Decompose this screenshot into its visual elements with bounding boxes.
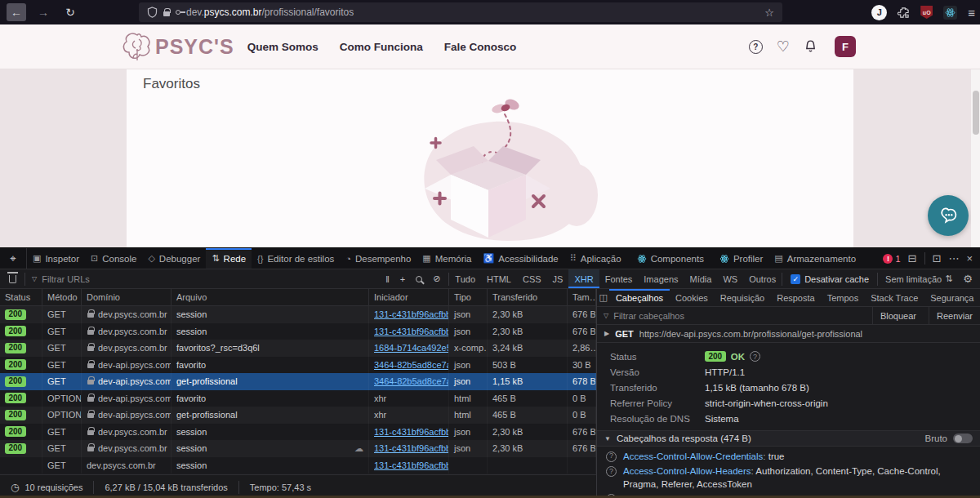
page-scrollbar[interactable]: [971, 69, 980, 247]
request-url-line[interactable]: ▶ GET https://dev-api.psycs.com.br/profi…: [597, 325, 980, 343]
error-count-badge[interactable]: !1: [883, 254, 900, 264]
site-nav-item[interactable]: Fale Conosco: [444, 41, 517, 53]
initiator-link[interactable]: 131-c431bf96acfbb…: [374, 443, 449, 453]
scrollbar-thumb[interactable]: [973, 91, 979, 135]
initiator-link[interactable]: 3464-82b5ad8ce7a…: [374, 360, 449, 370]
filter-urls-input[interactable]: ▽ Filtrar URLs: [25, 274, 377, 284]
type-filter-button[interactable]: JS: [547, 269, 569, 288]
notifications-bell-icon[interactable]: [804, 39, 817, 54]
site-nav-item[interactable]: Quem Somos: [247, 41, 318, 53]
ublock-extension-icon[interactable]: uO: [920, 6, 933, 19]
detail-tab[interactable]: Cookies: [670, 289, 715, 306]
pause-icon[interactable]: ‖: [385, 274, 390, 284]
react-devtools-extension-icon[interactable]: [943, 6, 957, 20]
disable-cache-checkbox[interactable]: ✓ Desativar cache: [782, 274, 877, 284]
raw-toggle-switch[interactable]: [953, 434, 973, 443]
detail-tab[interactable]: Resposta: [771, 289, 821, 306]
network-request-row[interactable]: 200 GET dev.psycs.com.br favoritos?_rsc=…: [0, 340, 596, 357]
initiator-link[interactable]: 131-c431bf96acfbb…: [374, 327, 449, 336]
network-request-row[interactable]: 200 GET dev-api.psycs.com.br get-profiss…: [0, 373, 596, 390]
type-filter-button[interactable]: Fontes: [599, 269, 639, 288]
type-filter-button[interactable]: Mídia: [684, 269, 718, 288]
type-filter-button[interactable]: Tudo: [449, 269, 481, 288]
header-help-icon[interactable]: [606, 451, 617, 462]
devtools-tab[interactable]: ▤ Armazenamento: [768, 248, 862, 269]
throttling-select[interactable]: Sem limitação ⇅: [878, 273, 960, 284]
devtools-tab[interactable]: ◔ Desempenho: [340, 248, 416, 269]
reload-button[interactable]: ↻: [60, 3, 80, 21]
network-request-row[interactable]: 200 OPTIONS dev-api.psycs.com.br favorit…: [0, 390, 596, 407]
split-console-icon[interactable]: ⊟: [908, 252, 917, 265]
header-name[interactable]: Access-Control-Allow-Credentials: [623, 451, 765, 461]
url-bar[interactable]: dev.psycs.com.br/profissional/favoritos …: [139, 2, 782, 22]
type-filter-button[interactable]: WS: [717, 269, 743, 288]
header-name[interactable]: Access-Control-Allow-Headers: [623, 466, 754, 476]
network-request-row[interactable]: 200 GET dev.psycs.com.br session 131-c43…: [0, 323, 596, 340]
devtools-tab[interactable]: Profiler: [710, 248, 768, 269]
initiator-link[interactable]: 1684-b714ca492e5…: [374, 343, 449, 353]
help-icon[interactable]: ?: [749, 40, 763, 54]
type-filter-button[interactable]: CSS: [517, 269, 547, 288]
block-request-button[interactable]: Bloquear: [872, 307, 924, 324]
detail-tab[interactable]: Segurança: [924, 289, 980, 306]
column-header[interactable]: Método: [42, 289, 82, 305]
twisty-closed-icon[interactable]: ▶: [604, 330, 609, 337]
network-request-row[interactable]: 200 OPTIONS dev-api.psycs.com.br get-pro…: [0, 407, 596, 424]
chat-button[interactable]: [928, 195, 969, 236]
type-filter-button[interactable]: HTML: [481, 269, 517, 288]
site-nav-item[interactable]: Como Funciona: [340, 41, 423, 53]
puzzle-extensions-icon[interactable]: [898, 7, 910, 19]
initiator-link[interactable]: xhr: [374, 394, 386, 403]
key-permission-icon[interactable]: [176, 10, 180, 15]
close-devtools-icon[interactable]: ×: [966, 252, 973, 265]
response-headers-section-bar[interactable]: ▼ Cabeçalhos da resposta (474 B) Bruto: [597, 430, 980, 447]
column-header[interactable]: Arquivo: [172, 289, 369, 305]
favorites-heart-icon[interactable]: ♡: [777, 39, 790, 54]
resend-request-button[interactable]: Reenviar: [929, 307, 980, 324]
devtools-tab[interactable]: Components: [627, 248, 710, 269]
site-logo[interactable]: PSYC'S: [121, 29, 234, 64]
column-header[interactable]: Transferido: [488, 289, 568, 305]
sidebar-toggle-icon[interactable]: ◫: [597, 289, 609, 306]
add-icon[interactable]: +: [400, 274, 405, 284]
detail-tab[interactable]: Stack Trace: [865, 289, 924, 306]
filter-headers-input[interactable]: Filtrar cabeçalhos: [613, 311, 684, 321]
devtools-tab[interactable]: ▣ Inspetor: [27, 248, 85, 269]
detail-tab[interactable]: Tempos: [821, 289, 865, 306]
type-filter-button[interactable]: Outros: [743, 269, 782, 288]
pick-element-icon[interactable]: ⌖: [0, 248, 27, 269]
detail-tab[interactable]: Cabeçalhos: [609, 289, 669, 306]
profile-extension-icon[interactable]: J: [871, 5, 887, 20]
network-request-row[interactable]: 200 GET dev.psycs.com.br session 131-c43…: [0, 424, 596, 441]
more-options-icon[interactable]: ⋯: [948, 252, 959, 265]
column-header[interactable]: Iniciador: [369, 289, 449, 305]
forward-button[interactable]: →: [33, 3, 53, 21]
devtools-tab[interactable]: ▦ Memória: [416, 248, 477, 269]
network-request-row[interactable]: 200 GET dev-api.psycs.com.br favorito 34…: [0, 357, 596, 374]
back-button[interactable]: ←: [7, 3, 26, 21]
devtools-tab[interactable]: ⊡ Console: [85, 248, 142, 269]
hamburger-menu-icon[interactable]: ≡: [968, 6, 975, 20]
network-request-row[interactable]: 200 GET dev.psycs.com.br session 131-c43…: [0, 440, 596, 457]
search-icon[interactable]: [416, 276, 422, 282]
devtools-tab[interactable]: ♿ Acessibilidade: [477, 248, 564, 269]
dock-icon[interactable]: ⊡: [933, 252, 942, 265]
devtools-tab[interactable]: {} Editor de estilos: [252, 248, 340, 269]
type-filter-button[interactable]: XHR: [568, 269, 599, 288]
network-request-row[interactable]: 200 GET dev.psycs.com.br session 131-c43…: [0, 306, 596, 323]
clear-requests-button[interactable]: [0, 275, 24, 283]
initiator-link[interactable]: 131-c431bf96acfbb…: [374, 460, 449, 470]
block-icon[interactable]: ⊘: [433, 273, 440, 284]
help-icon[interactable]: [750, 351, 760, 362]
devtools-tab[interactable]: ⇅ Rede: [206, 248, 252, 269]
devtools-tab[interactable]: ⠿ Aplicação: [564, 248, 627, 269]
network-request-row[interactable]: GET dev.psycs.com.br session 131-c431bf9…: [0, 457, 596, 474]
bookmark-star-icon[interactable]: ☆: [764, 7, 774, 19]
header-help-icon[interactable]: [606, 466, 617, 477]
initiator-link[interactable]: 3464-82b5ad8ce7a…: [374, 376, 449, 386]
detail-tab[interactable]: Requisição: [714, 289, 770, 306]
twisty-open-icon[interactable]: ▼: [604, 435, 611, 442]
column-header[interactable]: Tipo: [449, 289, 488, 305]
type-filter-button[interactable]: Imagens: [638, 269, 684, 288]
shield-icon[interactable]: [147, 7, 158, 18]
